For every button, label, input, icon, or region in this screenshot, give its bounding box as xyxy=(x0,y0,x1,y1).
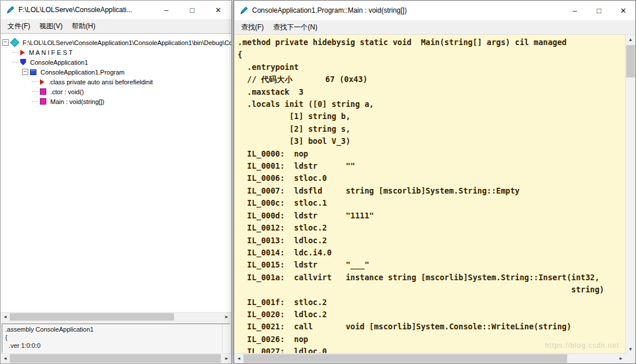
tree-item-label: M A N I F E S T xyxy=(29,49,73,56)
disassembly-window: ConsoleApplication1.Program::Main : void… xyxy=(234,0,636,364)
desktop: { "icons": { "minimize": "–", "maximize"… xyxy=(0,0,636,364)
assembly-panel-horizontal-scrollbar[interactable]: ◄ ► xyxy=(1,353,231,363)
scrollbar-track[interactable] xyxy=(10,354,222,363)
right-menu-bar: 查找(F)查找下一个(N) xyxy=(234,20,635,35)
window-controls: – □ ✕ xyxy=(153,1,231,19)
scrollbar-thumb[interactable] xyxy=(10,313,174,321)
tree-item[interactable]: .ctor : void() xyxy=(1,87,231,96)
tree-item[interactable]: Main : void(string[]) xyxy=(1,96,231,106)
maximize-button[interactable]: □ xyxy=(587,1,611,20)
scroll-right-button[interactable]: ► xyxy=(616,354,626,363)
ildasm-main-window: F:\LOL\LOLServe\ConsoleApplicati... – □ … xyxy=(0,0,232,364)
tree-item[interactable]: −ConsoleApplication1.Program xyxy=(1,67,231,77)
assembly-info-text: .assembly ConsoleApplication1 { .ver 1:0… xyxy=(5,325,227,350)
tree-item-label: ConsoleApplication1 xyxy=(30,59,88,66)
maximize-button[interactable]: □ xyxy=(179,1,205,19)
right-titlebar[interactable]: ConsoleApplication1.Program::Main : void… xyxy=(234,1,635,20)
tree-item[interactable]: .class private auto ansi beforefieldinit xyxy=(1,77,231,87)
scrollbar-thumb[interactable] xyxy=(243,354,567,363)
tree-connector xyxy=(32,101,39,102)
tree-view[interactable]: −F:\LOL\LOLServe\ConsoleApplication1\Con… xyxy=(1,34,231,312)
window-title: ConsoleApplication1.Program::Main : void… xyxy=(252,6,563,14)
class-icon xyxy=(30,69,36,75)
assembly-info-panel: .assembly ConsoleApplication1 { .ver 1:0… xyxy=(2,324,230,353)
collapse-expander-icon[interactable]: − xyxy=(2,39,9,46)
close-button[interactable]: ✕ xyxy=(205,1,231,19)
window-title: F:\LOL\LOLServe\ConsoleApplicati... xyxy=(19,6,153,14)
method-icon xyxy=(40,98,46,105)
scrollbar-corner xyxy=(626,354,635,363)
tree-item-label: .class private auto ansi beforefieldinit xyxy=(49,79,153,86)
tree-connector xyxy=(12,62,19,62)
scrollbar-track[interactable] xyxy=(243,354,616,363)
ildasm-app-icon xyxy=(5,5,14,14)
vertical-scrollbar[interactable]: ▲ ▼ xyxy=(625,35,635,354)
il-code-text: .method private hidebysig static void Ma… xyxy=(234,35,626,354)
tree-connector xyxy=(32,81,39,82)
scroll-right-button[interactable]: ► xyxy=(222,354,231,363)
tree-item[interactable]: M A N I F E S T xyxy=(1,47,231,57)
menu-item[interactable]: 视图(V) xyxy=(35,20,67,33)
menu-item[interactable]: 文件(F) xyxy=(3,20,35,33)
minimize-button[interactable]: – xyxy=(563,1,587,20)
scroll-left-button[interactable]: ◄ xyxy=(1,313,10,321)
scrollbar-thumb[interactable] xyxy=(626,45,635,77)
tree-horizontal-scrollbar[interactable]: ◄ ► xyxy=(1,312,231,321)
ildasm-app-icon xyxy=(239,6,248,15)
menu-item[interactable]: 查找下一个(N) xyxy=(268,21,322,34)
collapse-expander-icon[interactable]: − xyxy=(22,69,28,75)
file-icon xyxy=(10,38,20,47)
left-menu-bar: 文件(F)视图(V)帮助(H) xyxy=(1,19,231,34)
minimize-button[interactable]: – xyxy=(153,1,179,19)
window-controls: – □ ✕ xyxy=(563,1,635,20)
watermark-text: https://blog.csdn.net xyxy=(545,341,619,350)
horizontal-scrollbar[interactable]: ◄ ► xyxy=(234,353,626,363)
disassembly-content: .method private hidebysig static void Ma… xyxy=(234,35,635,363)
tree-item-label: .ctor : void() xyxy=(50,88,84,95)
scroll-left-button[interactable]: ◄ xyxy=(1,354,10,363)
method-icon xyxy=(40,88,46,95)
tree-item[interactable]: ConsoleApplication1 xyxy=(1,57,231,67)
left-titlebar[interactable]: F:\LOL\LOLServe\ConsoleApplicati... – □ … xyxy=(1,1,231,19)
tree-item-label: Main : void(string[]) xyxy=(50,98,105,105)
tree-item-label: F:\LOL\LOLServe\ConsoleApplication1\Cons… xyxy=(23,39,231,46)
menu-item[interactable]: 查找(F) xyxy=(236,21,268,34)
menu-item[interactable]: 帮助(H) xyxy=(67,20,100,33)
tree-connector xyxy=(32,91,39,92)
tree-item[interactable]: −F:\LOL\LOLServe\ConsoleApplication1\Con… xyxy=(1,38,231,47)
scrollbar-track[interactable] xyxy=(10,313,222,321)
manifest-icon xyxy=(20,50,25,55)
scroll-up-button[interactable]: ▲ xyxy=(626,35,635,44)
scroll-right-button[interactable]: ► xyxy=(222,313,231,321)
scroll-left-button[interactable]: ◄ xyxy=(234,354,243,363)
scroll-down-button[interactable]: ▼ xyxy=(626,344,635,354)
close-button[interactable]: ✕ xyxy=(611,1,635,20)
scrollbar-thumb[interactable] xyxy=(10,354,221,363)
tree-item-label: ConsoleApplication1.Program xyxy=(40,69,125,76)
assembly-icon xyxy=(20,59,26,65)
tree-connector xyxy=(12,52,19,53)
classinfo-icon xyxy=(40,79,45,85)
